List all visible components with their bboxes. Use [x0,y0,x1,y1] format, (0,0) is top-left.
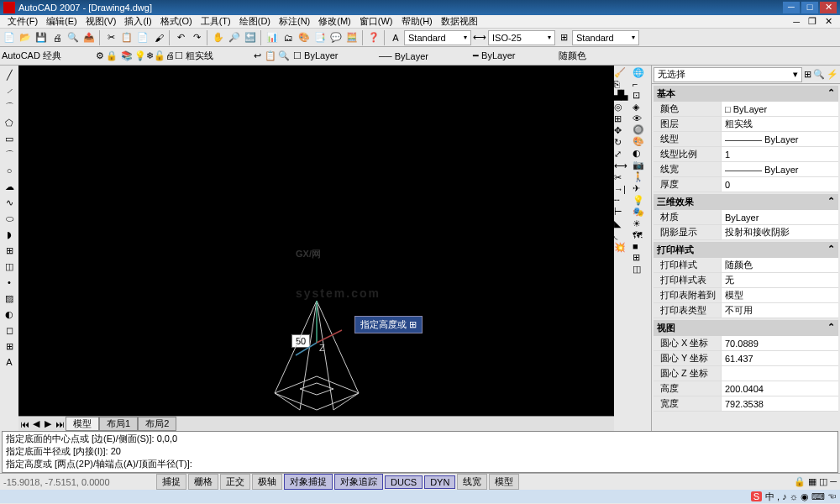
design-center-icon[interactable]: 🗂 [281,30,296,45]
ellipse-icon[interactable]: ⬭ [2,211,17,226]
markup-icon[interactable]: 💬 [328,30,344,45]
sun-icon[interactable]: ☀ [633,218,651,229]
menu-format[interactable]: 格式(O) [156,15,197,28]
publish-icon[interactable]: 📤 [81,30,97,45]
property-value[interactable]: ByLayer [721,210,838,224]
cut-icon[interactable]: ✂ [103,30,118,45]
property-row[interactable]: 打印表附着到模型 [654,288,838,303]
zoom-icon[interactable]: 🔎 [227,30,242,45]
revcloud-icon[interactable]: ☁ [2,179,17,194]
property-value[interactable]: 792.3538 [721,396,838,411]
tool-palette-icon[interactable]: 🎨 [297,30,312,45]
property-value[interactable]: □ ByLayer [721,102,838,116]
polygon-icon[interactable]: ⬠ [2,115,17,130]
paste-icon[interactable]: 📄 [135,30,150,45]
spline-icon[interactable]: ∿ [2,195,17,210]
solid-icon[interactable]: ■ [633,241,651,251]
ime-icon[interactable]: S [751,491,762,501]
mapping-icon[interactable]: 🗺 [633,230,651,240]
tray-icons[interactable]: 🔒 ▦ ◫ ─ [794,476,837,487]
property-row[interactable]: 宽度792.3538 [654,396,838,412]
group-basic[interactable]: 基本⌃ [654,86,838,102]
section-icon[interactable]: ◫ [633,264,651,275]
calc-icon[interactable]: 🧮 [344,30,360,45]
property-value[interactable]: 1 [721,147,838,161]
property-row[interactable]: 打印样式表无 [654,273,838,288]
hide-icon[interactable]: 👁 [633,113,651,123]
menu-modify[interactable]: 修改(M) [314,15,355,28]
property-row[interactable]: 圆心 Y 坐标61.437 [654,351,838,366]
color-combo[interactable]: ☐ ByLayer [293,50,377,61]
rectangle-icon[interactable]: ▭ [2,131,17,146]
block-insert-icon[interactable]: ⊞ [2,243,17,258]
open-icon[interactable]: 📂 [18,30,33,45]
property-row[interactable]: 图层粗实线 [654,117,838,132]
osnap-button[interactable]: 对象捕捉 [284,474,333,490]
workspace-combo[interactable]: AutoCAD 经典 [2,50,94,62]
text-style-combo[interactable]: Standard [404,30,471,45]
property-row[interactable]: 材质ByLayer [654,210,838,225]
erase-icon[interactable]: 🧹 [614,67,633,78]
tab-prev-icon[interactable]: ◀ [30,418,42,429]
ducs-button[interactable]: DUCS [385,475,423,489]
offset-icon[interactable]: ◎ [614,102,633,113]
group-plot[interactable]: 打印样式⌃ [654,242,838,258]
polar-button[interactable]: 极轴 [252,474,282,490]
quick-select-icon[interactable]: ⊞ [804,69,811,80]
property-row[interactable]: 高度200.0404 [654,381,838,396]
linetype-combo[interactable]: ── ByLayer [379,51,471,61]
match-icon[interactable]: 🖌 [151,30,166,45]
new-icon[interactable]: 📄 [2,30,17,45]
menu-tools[interactable]: 工具(T) [197,15,235,28]
layer-manager-icon[interactable]: 📚 [121,50,133,61]
property-row[interactable]: 厚度0 [654,177,838,192]
view-top-icon[interactable]: ⊡ [633,90,651,101]
plotstyle-combo[interactable]: 随颜色 [559,50,626,62]
mdi-restore-button[interactable]: ❐ [804,16,821,27]
hatch-icon[interactable]: ▨ [2,291,17,306]
stretch-icon[interactable]: ⟷ [614,160,633,171]
point-icon[interactable]: • [2,275,17,290]
properties-body[interactable]: 基本⌃ 颜色□ ByLayer图层粗实线线型———— ByLayer线型比例1线… [652,84,840,431]
3dorbit-icon[interactable]: 🌐 [633,67,651,78]
dim-style-combo[interactable]: ISO-25 [488,30,555,45]
line-icon[interactable]: ╱ [2,67,17,82]
region-icon[interactable]: ◻ [2,323,17,338]
menu-dataview[interactable]: 数据视图 [437,15,482,28]
tab-layout2[interactable]: 布局2 [138,417,176,431]
menu-insert[interactable]: 插入(I) [120,15,155,28]
fillet-icon[interactable]: ◟ [614,230,633,241]
table-icon[interactable]: ⊞ [2,339,17,354]
fly-icon[interactable]: ✈ [633,183,651,194]
ime-status[interactable]: 中 , ♪ ☼ ◉ ⌨ ☜ [765,491,837,503]
circle-icon[interactable]: ○ [2,163,17,178]
property-row[interactable]: 打印表类型不可用 [654,303,838,318]
workspace-settings-icon[interactable]: ⚙ [96,50,104,61]
lineweight-combo[interactable]: ━ ByLayer [473,50,557,61]
model-button[interactable]: 模型 [489,474,519,490]
property-row[interactable]: 阴影显示投射和接收阴影 [654,225,838,240]
break-icon[interactable]: ╌ [614,195,633,206]
drawing-canvas[interactable]: GX/网 system.com 指定高度或 ⊞ 50 [18,66,614,416]
layer-iso-icon[interactable]: 🔍 [278,50,290,61]
command-window[interactable]: 指定底面的中心点或 [边(E)/侧面(S)]: 0,0,0 指定底面半径或 [内… [2,431,838,473]
lwt-button[interactable]: 线宽 [457,474,487,490]
copy-obj-icon[interactable]: ⎘ [614,79,633,89]
mesh-icon[interactable]: ⊞ [633,252,651,263]
selection-combo[interactable]: 无选择 [654,67,802,82]
xline-icon[interactable]: ⟋ [2,83,17,98]
menu-view[interactable]: 视图(V) [81,15,121,28]
layer-prev-icon[interactable]: ↩ [254,50,261,61]
camera-icon[interactable]: 📷 [633,160,651,171]
light-icon[interactable]: 💡 [633,195,651,206]
table-style-icon[interactable]: ⊞ [556,30,571,45]
dyn-button[interactable]: DYN [424,475,455,489]
menu-dimension[interactable]: 标注(N) [275,15,314,28]
property-value[interactable]: 粗实线 [721,117,838,131]
group-view[interactable]: 视图⌃ [654,320,838,336]
extend-icon[interactable]: →| [614,184,633,194]
mtext-icon[interactable]: A [2,354,17,370]
trim-icon[interactable]: ✂ [614,172,633,183]
property-row[interactable]: 线宽———— ByLayer [654,162,838,177]
ortho-button[interactable]: 正交 [220,474,250,490]
